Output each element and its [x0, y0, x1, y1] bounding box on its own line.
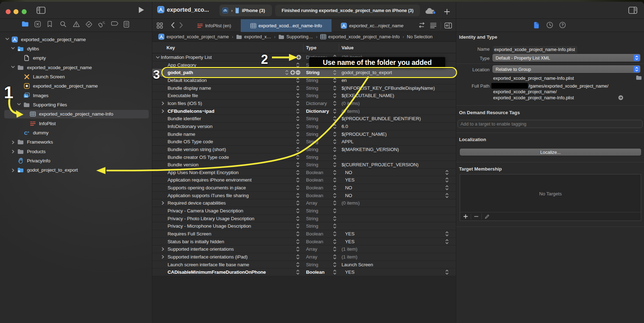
sidebar-item-exported-xcode-project-name[interactable]: exported_xcode_project_name	[0, 63, 152, 72]
disclosure-closed-icon[interactable]	[11, 150, 15, 154]
run-button[interactable]	[138, 6, 144, 13]
plist-row-bundle-creator-os-type-code[interactable]: Bundle creator OS Type codeString	[152, 154, 456, 161]
plist-row-executable-file[interactable]: Executable fileString$(EXECUTABLE_NAME)	[152, 92, 456, 100]
sidebar-item-godot-project-to-export[interactable]: godot_project_to_export	[0, 166, 152, 175]
value-stepper-icon[interactable]	[445, 230, 449, 238]
edit-target-button[interactable]	[485, 214, 490, 219]
key-stepper-icon[interactable]	[296, 123, 300, 130]
sidebar-item-dummy[interactable]: C+dummy	[0, 128, 152, 138]
editor-inspector-divider[interactable]	[456, 2, 456, 323]
cloud-status-icon[interactable]	[425, 7, 436, 15]
plist-row-privacy-microphone-usage-description[interactable]: Privacy - Microphone Usage DescriptionSt…	[152, 222, 456, 230]
plist-row-bundle-version[interactable]: Bundle versionString$(CURRENT_PROJECT_VE…	[152, 161, 456, 169]
key-stepper-icon[interactable]	[296, 107, 300, 115]
scheme-selector[interactable]: › iPhone (3)	[219, 5, 272, 16]
disclosure-open-icon[interactable]	[156, 54, 160, 61]
resource-tags-input[interactable]: Add to a target to enable tagging	[458, 120, 643, 128]
open-path-arrow-icon[interactable]	[618, 95, 623, 100]
key-stepper-icon[interactable]	[285, 69, 289, 76]
sidebar-item-frameworks[interactable]: Frameworks	[0, 138, 152, 147]
history-inspector-tab[interactable]	[546, 22, 553, 28]
plist-row-icon-files-ios-5-[interactable]: Icon files (iOS 5)Dictionary(0 items)	[152, 100, 456, 107]
key-stepper-icon[interactable]	[296, 176, 300, 184]
type-stepper-icon[interactable]	[333, 77, 337, 84]
close-button[interactable]	[6, 9, 11, 14]
disclosure-open-icon[interactable]	[17, 103, 21, 106]
type-stepper-icon[interactable]	[333, 238, 337, 245]
sidebar-item-products[interactable]: Products	[0, 147, 152, 156]
key-stepper-icon[interactable]	[296, 154, 300, 161]
type-stepper-icon[interactable]	[333, 146, 337, 153]
remove-target-button[interactable]	[474, 214, 479, 219]
key-stepper-icon[interactable]	[296, 199, 300, 207]
back-button[interactable]	[171, 22, 175, 28]
related-items-icon[interactable]	[157, 22, 163, 29]
key-stepper-icon[interactable]	[296, 184, 300, 191]
plist-row-supported-interface-orientations[interactable]: Supported interface orientationsArray(1 …	[152, 245, 456, 253]
value-stepper-icon[interactable]	[445, 184, 449, 191]
add-target-button[interactable]	[463, 214, 468, 219]
key-stepper-icon[interactable]	[296, 261, 300, 268]
plist-row-bundle-os-type-code[interactable]: Bundle OS Type codeStringAPPL	[152, 138, 456, 146]
plist-row-cadisableminimumframedurationonphone[interactable]: CADisableMinimumFrameDurationOnPhoneBool…	[152, 268, 456, 276]
type-stepper-icon[interactable]	[333, 100, 337, 107]
type-stepper-icon[interactable]	[333, 169, 337, 176]
column-divider[interactable]	[339, 44, 339, 51]
plist-row-launch-screen-interface-file-base-name[interactable]: Launch screen interface file base nameSt…	[152, 261, 456, 269]
type-stepper-icon[interactable]	[333, 222, 337, 230]
column-header-value[interactable]: Value	[342, 42, 354, 53]
location-dropdown[interactable]: Relative to Group	[492, 65, 640, 73]
editor-tab[interactable]: InfoPlist (en)	[188, 19, 240, 32]
zoom-button[interactable]	[22, 9, 27, 14]
disclosure-closed-icon[interactable]	[162, 100, 164, 107]
value-stepper-icon[interactable]	[445, 176, 449, 184]
type-stepper-icon[interactable]	[333, 215, 337, 222]
sidebar-editor-divider[interactable]	[152, 2, 152, 323]
breadcrumb-item[interactable]: Supporting…	[278, 34, 313, 39]
key-stepper-icon[interactable]	[296, 130, 300, 138]
key-stepper-icon[interactable]	[296, 115, 300, 122]
plist-row-supported-interface-orientations-ipad-[interactable]: Supported interface orientations (iPad)A…	[152, 253, 456, 261]
type-stepper-icon[interactable]	[333, 161, 337, 168]
toggle-inspector-icon[interactable]	[628, 7, 637, 14]
disclosure-open-icon[interactable]	[11, 66, 15, 68]
plist-row-bundle-version-string-short-[interactable]: Bundle version string (short)String$(MAR…	[152, 146, 456, 154]
breadcrumb-item[interactable]: exported_x…	[236, 34, 271, 39]
key-stepper-icon[interactable]	[296, 268, 300, 276]
sidebar-item-supporting-files[interactable]: Supporting Files	[0, 100, 152, 109]
type-stepper-icon[interactable]	[333, 184, 337, 191]
source-control-icon[interactable]	[34, 21, 41, 27]
key-stepper-icon[interactable]	[296, 77, 300, 84]
minimize-button[interactable]	[13, 9, 18, 14]
type-stepper-icon[interactable]	[333, 107, 337, 115]
type-stepper-icon[interactable]	[333, 69, 337, 76]
disclosure-closed-icon[interactable]	[11, 140, 15, 144]
value-stepper-icon[interactable]	[445, 192, 449, 199]
disclosure-closed-icon[interactable]	[162, 245, 164, 253]
debug-icon[interactable]	[98, 21, 105, 28]
type-stepper-icon[interactable]	[333, 230, 337, 238]
tests-icon[interactable]	[86, 21, 92, 28]
issues-icon[interactable]	[73, 21, 80, 27]
column-divider[interactable]	[303, 44, 304, 51]
sidebar-item-dylibs[interactable]: dylibs	[0, 44, 152, 53]
plist-row-required-device-capabilities[interactable]: Required device capabilitiesArray(0 item…	[152, 199, 456, 207]
type-stepper-icon[interactable]	[333, 92, 337, 99]
plist-row-app-uses-non-exempt-encryption[interactable]: App Uses Non-Exempt EncryptionBooleanNO	[152, 169, 456, 177]
disclosure-closed-icon[interactable]	[162, 253, 164, 261]
add-editor-icon[interactable]	[444, 22, 452, 29]
plist-row-bundle-identifier[interactable]: Bundle identifierString$(PRODUCT_BUNDLE_…	[152, 115, 456, 123]
add-row-icon[interactable]	[290, 69, 295, 76]
key-stepper-icon[interactable]	[296, 253, 300, 261]
disclosure-open-icon[interactable]	[11, 47, 15, 50]
editor-tab[interactable]: exported_xc...roject_name	[332, 19, 412, 32]
type-stepper-icon[interactable]	[333, 192, 337, 199]
type-stepper-icon[interactable]	[333, 207, 337, 215]
type-stepper-icon[interactable]	[333, 253, 337, 261]
sidebar-item-launch-screen[interactable]: Launch Screen	[0, 72, 152, 81]
type-stepper-icon[interactable]	[333, 261, 337, 268]
plist-row-privacy-photo-library-usage-description[interactable]: Privacy - Photo Library Usage Descriptio…	[152, 215, 456, 223]
column-header-type[interactable]: Type	[306, 42, 316, 53]
key-stepper-icon[interactable]	[296, 192, 300, 199]
plist-row-privacy-camera-usage-description[interactable]: Privacy - Camera Usage DescriptionString	[152, 207, 456, 215]
